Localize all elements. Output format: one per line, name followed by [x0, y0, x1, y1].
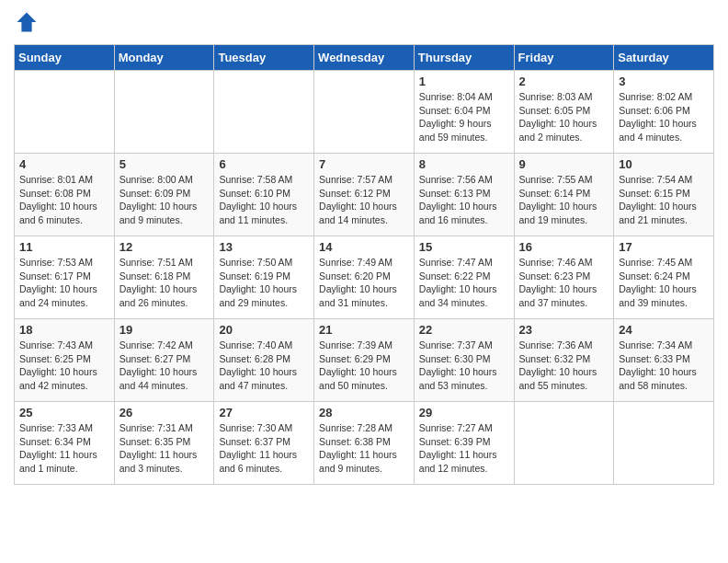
day-info: Sunrise: 7:30 AM Sunset: 6:37 PM Dayligh… — [219, 421, 309, 476]
svg-marker-0 — [17, 13, 37, 32]
day-cell: 8Sunrise: 7:56 AM Sunset: 6:13 PM Daylig… — [414, 154, 514, 236]
day-cell: 6Sunrise: 7:58 AM Sunset: 6:10 PM Daylig… — [214, 154, 314, 236]
day-cell: 18Sunrise: 7:43 AM Sunset: 6:25 PM Dayli… — [15, 319, 115, 402]
week-row-5: 25Sunrise: 7:33 AM Sunset: 6:34 PM Dayli… — [15, 402, 714, 485]
day-number: 17 — [619, 240, 709, 254]
day-info: Sunrise: 7:46 AM Sunset: 6:23 PM Dayligh… — [519, 256, 609, 310]
day-info: Sunrise: 8:03 AM Sunset: 6:05 PM Dayligh… — [519, 90, 609, 144]
day-info: Sunrise: 7:45 AM Sunset: 6:24 PM Dayligh… — [619, 256, 709, 310]
col-header-tuesday: Tuesday — [214, 45, 314, 71]
day-number: 15 — [419, 240, 509, 254]
day-cell: 16Sunrise: 7:46 AM Sunset: 6:23 PM Dayli… — [514, 236, 614, 319]
day-cell: 12Sunrise: 7:51 AM Sunset: 6:18 PM Dayli… — [114, 236, 214, 319]
day-number: 26 — [119, 406, 210, 419]
day-cell: 25Sunrise: 7:33 AM Sunset: 6:34 PM Dayli… — [15, 402, 115, 485]
day-cell — [15, 71, 115, 154]
day-number: 5 — [119, 157, 210, 171]
day-number: 8 — [419, 157, 509, 171]
day-info: Sunrise: 8:02 AM Sunset: 6:06 PM Dayligh… — [619, 90, 709, 144]
day-cell: 26Sunrise: 7:31 AM Sunset: 6:35 PM Dayli… — [114, 402, 214, 485]
day-cell: 11Sunrise: 7:53 AM Sunset: 6:17 PM Dayli… — [15, 236, 115, 319]
day-info: Sunrise: 8:04 AM Sunset: 6:04 PM Dayligh… — [419, 90, 509, 144]
day-number: 25 — [19, 406, 109, 419]
day-info: Sunrise: 8:01 AM Sunset: 6:08 PM Dayligh… — [19, 173, 109, 227]
day-number: 1 — [419, 75, 509, 88]
day-number: 27 — [219, 406, 309, 419]
day-info: Sunrise: 7:28 AM Sunset: 6:38 PM Dayligh… — [319, 421, 409, 476]
day-cell — [214, 71, 314, 154]
header-row: SundayMondayTuesdayWednesdayThursdayFrid… — [15, 45, 714, 71]
day-cell: 2Sunrise: 8:03 AM Sunset: 6:05 PM Daylig… — [514, 71, 614, 154]
day-info: Sunrise: 7:36 AM Sunset: 6:32 PM Dayligh… — [519, 339, 609, 393]
day-number: 3 — [619, 75, 709, 88]
day-cell: 14Sunrise: 7:49 AM Sunset: 6:20 PM Dayli… — [314, 236, 415, 319]
day-cell: 13Sunrise: 7:50 AM Sunset: 6:19 PM Dayli… — [214, 236, 314, 319]
day-number: 20 — [219, 323, 309, 337]
day-cell: 24Sunrise: 7:34 AM Sunset: 6:33 PM Dayli… — [614, 319, 714, 402]
day-cell — [614, 402, 714, 485]
day-info: Sunrise: 7:42 AM Sunset: 6:27 PM Dayligh… — [119, 339, 210, 393]
day-cell: 9Sunrise: 7:55 AM Sunset: 6:14 PM Daylig… — [514, 154, 614, 236]
day-cell: 20Sunrise: 7:40 AM Sunset: 6:28 PM Dayli… — [214, 319, 314, 402]
calendar-table: SundayMondayTuesdayWednesdayThursdayFrid… — [14, 44, 714, 485]
day-info: Sunrise: 7:47 AM Sunset: 6:22 PM Dayligh… — [419, 256, 509, 310]
page-container: SundayMondayTuesdayWednesdayThursdayFrid… — [0, 0, 728, 494]
col-header-sunday: Sunday — [15, 45, 115, 71]
day-cell: 15Sunrise: 7:47 AM Sunset: 6:22 PM Dayli… — [414, 236, 514, 319]
day-cell: 28Sunrise: 7:28 AM Sunset: 6:38 PM Dayli… — [314, 402, 415, 485]
col-header-thursday: Thursday — [414, 45, 514, 71]
day-number: 10 — [619, 157, 709, 171]
day-cell: 27Sunrise: 7:30 AM Sunset: 6:37 PM Dayli… — [214, 402, 314, 485]
day-cell: 22Sunrise: 7:37 AM Sunset: 6:30 PM Dayli… — [414, 319, 514, 402]
week-row-4: 18Sunrise: 7:43 AM Sunset: 6:25 PM Dayli… — [15, 319, 714, 402]
logo — [14, 9, 41, 35]
day-cell: 7Sunrise: 7:57 AM Sunset: 6:12 PM Daylig… — [314, 154, 415, 236]
day-info: Sunrise: 7:39 AM Sunset: 6:29 PM Dayligh… — [319, 339, 409, 393]
page-header — [14, 9, 714, 35]
day-number: 29 — [419, 406, 509, 419]
day-cell — [114, 71, 214, 154]
day-number: 18 — [19, 323, 109, 337]
week-row-2: 4Sunrise: 8:01 AM Sunset: 6:08 PM Daylig… — [15, 154, 714, 236]
day-info: Sunrise: 7:27 AM Sunset: 6:39 PM Dayligh… — [419, 421, 509, 476]
day-number: 24 — [619, 323, 709, 337]
day-number: 13 — [219, 240, 309, 254]
day-number: 14 — [319, 240, 409, 254]
day-number: 16 — [519, 240, 609, 254]
day-cell — [314, 71, 415, 154]
col-header-wednesday: Wednesday — [314, 45, 415, 71]
day-info: Sunrise: 7:33 AM Sunset: 6:34 PM Dayligh… — [19, 421, 109, 476]
day-info: Sunrise: 7:54 AM Sunset: 6:15 PM Dayligh… — [619, 173, 709, 227]
day-cell: 5Sunrise: 8:00 AM Sunset: 6:09 PM Daylig… — [114, 154, 214, 236]
week-row-1: 1Sunrise: 8:04 AM Sunset: 6:04 PM Daylig… — [15, 71, 714, 154]
day-info: Sunrise: 7:56 AM Sunset: 6:13 PM Dayligh… — [419, 173, 509, 227]
day-number: 28 — [319, 406, 409, 419]
day-number: 9 — [519, 157, 609, 171]
day-info: Sunrise: 7:58 AM Sunset: 6:10 PM Dayligh… — [219, 173, 309, 227]
day-info: Sunrise: 7:55 AM Sunset: 6:14 PM Dayligh… — [519, 173, 609, 227]
day-cell: 17Sunrise: 7:45 AM Sunset: 6:24 PM Dayli… — [614, 236, 714, 319]
day-cell: 23Sunrise: 7:36 AM Sunset: 6:32 PM Dayli… — [514, 319, 614, 402]
day-info: Sunrise: 7:43 AM Sunset: 6:25 PM Dayligh… — [19, 339, 109, 393]
day-number: 6 — [219, 157, 309, 171]
day-number: 23 — [519, 323, 609, 337]
day-number: 4 — [19, 157, 109, 171]
day-info: Sunrise: 7:49 AM Sunset: 6:20 PM Dayligh… — [319, 256, 409, 310]
day-info: Sunrise: 7:51 AM Sunset: 6:18 PM Dayligh… — [119, 256, 210, 310]
day-cell: 10Sunrise: 7:54 AM Sunset: 6:15 PM Dayli… — [614, 154, 714, 236]
logo-icon — [14, 9, 40, 35]
day-info: Sunrise: 7:37 AM Sunset: 6:30 PM Dayligh… — [419, 339, 509, 393]
day-info: Sunrise: 7:31 AM Sunset: 6:35 PM Dayligh… — [119, 421, 210, 476]
day-cell: 29Sunrise: 7:27 AM Sunset: 6:39 PM Dayli… — [414, 402, 514, 485]
col-header-monday: Monday — [114, 45, 214, 71]
day-cell: 19Sunrise: 7:42 AM Sunset: 6:27 PM Dayli… — [114, 319, 214, 402]
day-number: 22 — [419, 323, 509, 337]
day-number: 2 — [519, 75, 609, 88]
day-info: Sunrise: 8:00 AM Sunset: 6:09 PM Dayligh… — [119, 173, 210, 227]
day-cell — [514, 402, 614, 485]
day-cell: 4Sunrise: 8:01 AM Sunset: 6:08 PM Daylig… — [15, 154, 115, 236]
day-cell: 1Sunrise: 8:04 AM Sunset: 6:04 PM Daylig… — [414, 71, 514, 154]
day-info: Sunrise: 7:40 AM Sunset: 6:28 PM Dayligh… — [219, 339, 309, 393]
day-info: Sunrise: 7:57 AM Sunset: 6:12 PM Dayligh… — [319, 173, 409, 227]
day-number: 12 — [119, 240, 210, 254]
